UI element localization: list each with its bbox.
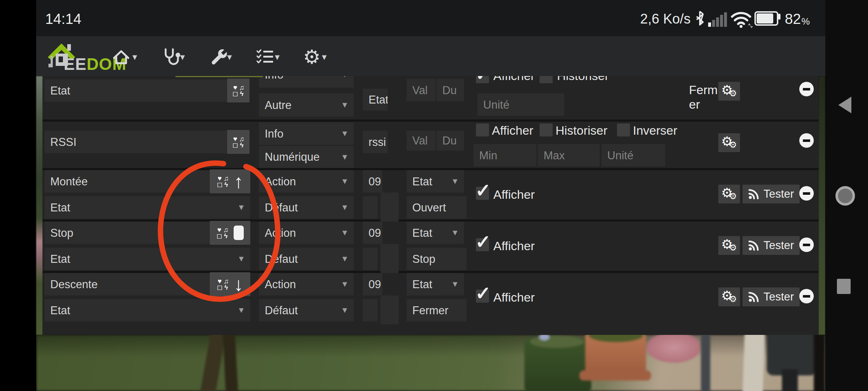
summary-menu-icon[interactable] <box>256 48 274 65</box>
command-name-input[interactable]: Etat <box>44 79 250 102</box>
sub-type-select[interactable]: Défaut <box>259 248 354 270</box>
tester-label: Tester <box>763 188 794 201</box>
linked-state-select[interactable]: Etat <box>407 222 464 244</box>
health-menu-caret[interactable] <box>180 51 185 63</box>
min-input[interactable]: Min <box>473 144 536 167</box>
phone-screen: Info Etat Autre Etat Val Du Afficher His… <box>0 0 868 391</box>
pole <box>701 335 710 391</box>
tester-button[interactable]: Tester <box>743 236 800 255</box>
small-input[interactable] <box>363 196 378 219</box>
afficher-label: Afficher <box>492 123 533 138</box>
small-input[interactable] <box>363 248 378 270</box>
type-select[interactable]: Action <box>259 170 354 193</box>
type-select[interactable]: Info <box>259 122 354 145</box>
historiser-label: Historiser <box>556 123 608 138</box>
tester-button[interactable]: Tester <box>743 185 800 203</box>
small-input[interactable] <box>380 295 399 324</box>
battery-nub <box>778 14 780 20</box>
remove-command-button[interactable] <box>799 289 814 303</box>
logical-id-input[interactable]: Etat <box>363 89 388 110</box>
inverser-checkbox[interactable] <box>617 123 630 136</box>
advanced-config-button[interactable] <box>718 185 740 203</box>
home-menu-caret[interactable] <box>132 51 137 63</box>
jeedom-header <box>36 36 825 76</box>
sub-state-select[interactable]: Etat <box>44 299 250 321</box>
state-value-input[interactable]: Stop <box>407 248 467 270</box>
logical-id-input[interactable]: 09 <box>363 222 382 244</box>
nav-home-button[interactable] <box>835 186 855 206</box>
broadcast-icon <box>748 291 759 302</box>
state-value-input[interactable]: Ouvert <box>407 196 467 219</box>
historiser-checkbox[interactable] <box>540 123 553 136</box>
remove-command-button[interactable] <box>799 237 814 252</box>
advanced-config-button[interactable] <box>718 236 740 255</box>
value-input[interactable]: Val <box>407 131 435 151</box>
unit-input[interactable]: Du <box>437 131 464 151</box>
afficher-checkbox[interactable] <box>476 238 489 251</box>
afficher-checkbox[interactable] <box>476 290 489 303</box>
value-input[interactable]: Val <box>407 79 435 101</box>
remove-command-button[interactable] <box>799 186 814 201</box>
afficher-checkbox[interactable] <box>476 123 489 136</box>
settings-menu-icon[interactable] <box>303 46 320 68</box>
tools-menu-caret[interactable] <box>227 51 232 63</box>
advanced-config-button[interactable] <box>718 133 740 152</box>
tester-button[interactable]: Tester <box>743 287 800 306</box>
health-menu-icon[interactable] <box>161 47 180 67</box>
sub-state-select[interactable]: Etat <box>44 196 250 219</box>
unit-input[interactable]: Du <box>437 79 464 101</box>
logical-id-input[interactable]: 09 <box>363 170 382 193</box>
sub-state-select[interactable]: Etat <box>44 248 250 270</box>
command-name-input[interactable]: RSSI <box>44 131 250 153</box>
cellular-signal-icon <box>708 12 727 27</box>
logical-id-input[interactable]: rssi <box>363 131 388 153</box>
afficher-label: Afficher <box>493 239 535 253</box>
battery-icon <box>754 11 778 26</box>
remove-command-button[interactable] <box>799 133 814 148</box>
small-input[interactable] <box>380 244 399 273</box>
tools-menu-icon[interactable] <box>208 47 227 66</box>
home-menu-icon[interactable] <box>112 48 130 66</box>
android-status-bar <box>36 0 825 36</box>
arrow-up-icon <box>234 172 243 191</box>
advanced-config-button[interactable] <box>718 82 740 101</box>
linked-state-select[interactable]: Etat <box>407 170 464 193</box>
logical-id-input[interactable]: 09 <box>363 273 382 295</box>
state-value-input[interactable]: Fermer <box>407 299 467 321</box>
summary-menu-caret[interactable] <box>275 51 280 63</box>
widget-config-button[interactable] <box>227 130 250 154</box>
widget-icon <box>216 227 228 239</box>
advanced-config-button[interactable] <box>718 287 740 306</box>
stop-square-icon <box>234 226 244 240</box>
afficher-label: Afficher <box>493 290 535 304</box>
type-select[interactable]: Action <box>259 222 354 244</box>
linked-state-select[interactable]: Etat <box>407 273 464 295</box>
small-input[interactable] <box>363 299 378 321</box>
widget-config-button[interactable] <box>210 169 250 193</box>
broadcast-icon <box>748 240 759 251</box>
widget-icon <box>232 84 244 97</box>
afficher-checkbox[interactable] <box>476 187 489 200</box>
percent-sign: % <box>801 16 810 27</box>
nav-back-button[interactable] <box>838 97 851 113</box>
clock: 14:14 <box>45 11 81 27</box>
afficher-label: Afficher <box>493 188 535 202</box>
subtype-select[interactable]: Autre <box>259 93 354 117</box>
wifi-icon <box>729 9 753 28</box>
widget-config-button[interactable] <box>210 221 250 245</box>
unite-input[interactable]: Unité <box>477 93 564 116</box>
small-input[interactable] <box>380 193 399 222</box>
widget-config-button[interactable] <box>210 272 250 296</box>
subtype-select[interactable]: Numérique <box>259 146 354 168</box>
unite-input[interactable]: Unité <box>601 144 665 167</box>
nav-recents-button[interactable] <box>837 279 851 294</box>
widget-config-button[interactable] <box>227 79 250 102</box>
sub-type-select[interactable]: Défaut <box>259 299 354 321</box>
max-input[interactable]: Max <box>538 144 600 167</box>
settings-menu-caret[interactable] <box>322 51 327 63</box>
sub-type-select[interactable]: Défaut <box>259 196 354 219</box>
broadcast-icon <box>748 189 759 199</box>
inverser-label: Inverser <box>633 123 677 138</box>
remove-command-button[interactable] <box>799 82 814 96</box>
type-select[interactable]: Action <box>259 273 354 295</box>
